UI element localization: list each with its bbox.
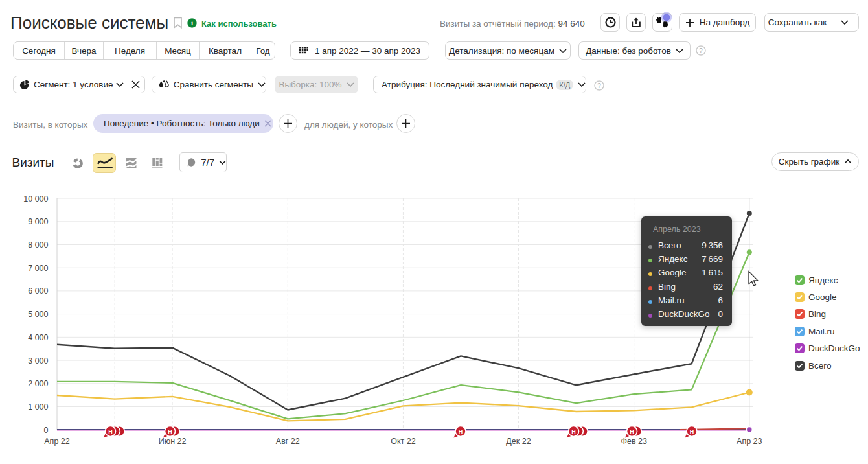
svg-text:Н: Н bbox=[108, 428, 113, 435]
svg-text:Н: Н bbox=[690, 428, 694, 435]
svg-text:Н: Н bbox=[459, 428, 463, 435]
svg-text:Н: Н bbox=[630, 428, 634, 435]
svg-text:Н: Н bbox=[168, 428, 172, 435]
svg-text:Н: Н bbox=[571, 428, 576, 435]
